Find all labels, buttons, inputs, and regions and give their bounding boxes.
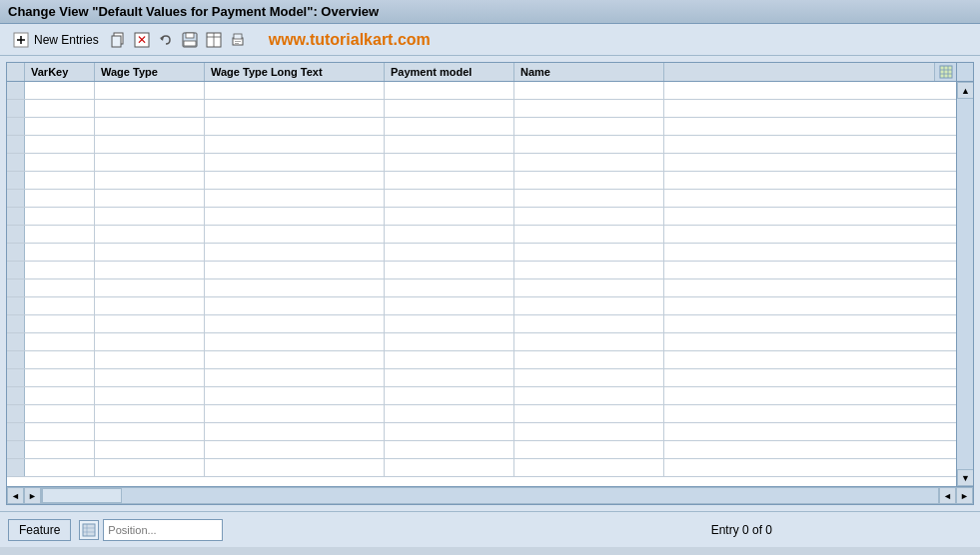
table-cell[interactable] <box>25 154 95 171</box>
table-cell[interactable] <box>514 369 664 386</box>
table-cell[interactable] <box>205 208 385 225</box>
table-cell[interactable] <box>514 154 664 171</box>
table-cell[interactable] <box>205 315 385 332</box>
table-row[interactable] <box>7 279 956 297</box>
table-cell[interactable] <box>95 262 205 278</box>
table-row[interactable] <box>7 244 956 262</box>
table-cell[interactable] <box>95 423 205 440</box>
table-cell[interactable] <box>514 226 664 243</box>
table-row[interactable] <box>7 154 956 172</box>
column-config-icon[interactable] <box>934 63 956 81</box>
table-cell[interactable] <box>95 333 205 350</box>
table-cell[interactable] <box>514 136 664 153</box>
table-cell[interactable] <box>514 405 664 422</box>
h-scroll-thumb[interactable] <box>42 488 122 503</box>
table-cell[interactable] <box>205 82 385 99</box>
table-row[interactable] <box>7 441 956 459</box>
table-cell[interactable] <box>205 136 385 153</box>
table-cell[interactable] <box>25 315 95 332</box>
table-cell[interactable] <box>205 369 385 386</box>
save-icon[interactable] <box>179 29 201 51</box>
table-cell[interactable] <box>385 369 514 386</box>
delete-icon[interactable]: ✕ <box>131 29 153 51</box>
table-cell[interactable] <box>25 226 95 243</box>
table-row[interactable] <box>7 172 956 190</box>
table-cell[interactable] <box>95 226 205 243</box>
new-entries-button[interactable]: New Entries <box>8 29 103 51</box>
table-row[interactable] <box>7 82 956 100</box>
table-row[interactable] <box>7 297 956 315</box>
table-cell[interactable] <box>514 262 664 278</box>
table-cell[interactable] <box>385 315 514 332</box>
table-cell[interactable] <box>514 459 664 476</box>
table-cell[interactable] <box>385 262 514 278</box>
table-cell[interactable] <box>25 351 95 368</box>
scroll-right-button2[interactable]: ► <box>24 487 41 504</box>
table-row[interactable] <box>7 459 956 477</box>
table-cell[interactable] <box>95 100 205 117</box>
table-cell[interactable] <box>385 190 514 207</box>
table-cell[interactable] <box>205 244 385 261</box>
scroll-track[interactable] <box>957 99 973 469</box>
table-cell[interactable] <box>95 244 205 261</box>
table-cell[interactable] <box>95 405 205 422</box>
table-cell[interactable] <box>514 387 664 404</box>
table-cell[interactable] <box>95 441 205 458</box>
table-cell[interactable] <box>25 333 95 350</box>
table-cell[interactable] <box>514 172 664 189</box>
table-row[interactable] <box>7 136 956 154</box>
table-cell[interactable] <box>95 387 205 404</box>
table-cell[interactable] <box>385 333 514 350</box>
table-cell[interactable] <box>205 333 385 350</box>
table-cell[interactable] <box>514 315 664 332</box>
table-cell[interactable] <box>25 262 95 278</box>
table-cell[interactable] <box>385 297 514 314</box>
table-row[interactable] <box>7 387 956 405</box>
table-cell[interactable] <box>25 82 95 99</box>
table-cell[interactable] <box>514 297 664 314</box>
table-cell[interactable] <box>514 82 664 99</box>
table-cell[interactable] <box>25 459 95 476</box>
table-cell[interactable] <box>385 100 514 117</box>
table-cell[interactable] <box>385 351 514 368</box>
table-row[interactable] <box>7 100 956 118</box>
table-cell[interactable] <box>205 118 385 135</box>
table-cell[interactable] <box>25 423 95 440</box>
table-cell[interactable] <box>25 118 95 135</box>
table-cell[interactable] <box>25 208 95 225</box>
table-cell[interactable] <box>514 208 664 225</box>
table-cell[interactable] <box>95 118 205 135</box>
table-cell[interactable] <box>385 118 514 135</box>
table-cell[interactable] <box>385 208 514 225</box>
undo-icon[interactable] <box>155 29 177 51</box>
table-cell[interactable] <box>205 262 385 278</box>
table-cell[interactable] <box>95 154 205 171</box>
feature-button[interactable]: Feature <box>8 519 71 541</box>
table-cell[interactable] <box>385 279 514 296</box>
table-cell[interactable] <box>514 351 664 368</box>
table-cell[interactable] <box>95 369 205 386</box>
position-input[interactable] <box>103 519 223 541</box>
table-row[interactable] <box>7 226 956 244</box>
table-cell[interactable] <box>95 172 205 189</box>
table-icon[interactable] <box>203 29 225 51</box>
table-row[interactable] <box>7 262 956 279</box>
table-cell[interactable] <box>25 100 95 117</box>
table-cell[interactable] <box>205 279 385 296</box>
scroll-left-button[interactable]: ◄ <box>7 487 24 504</box>
table-cell[interactable] <box>25 244 95 261</box>
scroll-down-button[interactable]: ▼ <box>957 469 973 486</box>
table-cell[interactable] <box>205 459 385 476</box>
table-cell[interactable] <box>25 190 95 207</box>
table-cell[interactable] <box>95 279 205 296</box>
table-cell[interactable] <box>385 387 514 404</box>
table-row[interactable] <box>7 333 956 351</box>
table-cell[interactable] <box>385 459 514 476</box>
table-cell[interactable] <box>95 351 205 368</box>
table-cell[interactable] <box>205 154 385 171</box>
table-cell[interactable] <box>205 226 385 243</box>
table-cell[interactable] <box>205 441 385 458</box>
table-cell[interactable] <box>385 136 514 153</box>
copy-icon[interactable] <box>107 29 129 51</box>
table-cell[interactable] <box>205 190 385 207</box>
